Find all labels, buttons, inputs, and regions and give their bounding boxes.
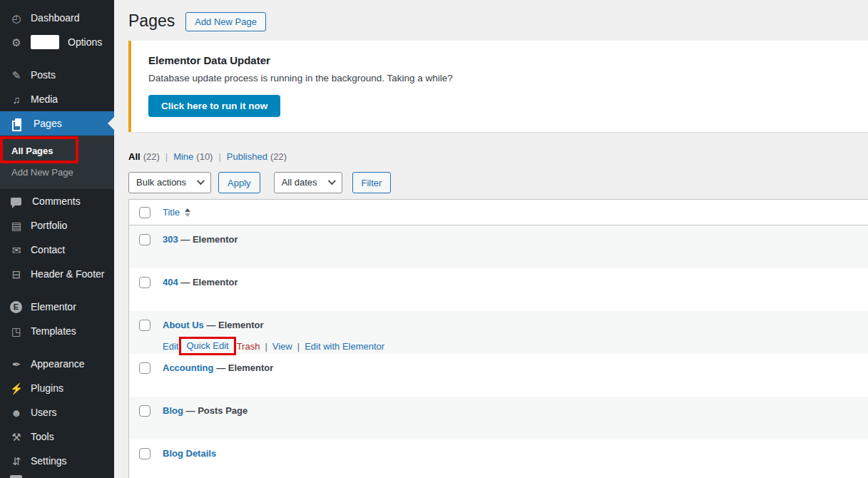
row-checkbox[interactable] [139, 405, 150, 417]
table-header-row: Title [129, 200, 868, 225]
row-checkbox[interactable] [139, 448, 150, 459]
view-published-link[interactable]: Published [227, 151, 267, 162]
notice-message: Database update process is running in th… [148, 73, 851, 83]
page-title-link[interactable]: Blog [163, 405, 183, 416]
view-filter-links: All (22) Mine (10) Published (22) [128, 151, 868, 162]
row-checkbox[interactable] [139, 234, 150, 245]
page-title-link[interactable]: Accounting [163, 362, 214, 373]
elementor-updater-notice: Elementor Data Updater Database update p… [128, 41, 868, 132]
sidebar-item-posts[interactable]: ✎ Posts [0, 63, 114, 87]
page-title-link[interactable]: 303 [163, 234, 178, 245]
sidebar-item-label: Posts [31, 69, 56, 81]
row-checkbox[interactable] [139, 362, 150, 374]
title-column-header[interactable]: Title [163, 207, 190, 218]
sidebar-item-label: Pages [34, 118, 62, 129]
sidebar-item-contact[interactable]: ✉ Contact [0, 238, 114, 262]
bulk-actions-select[interactable]: Bulk actions [128, 172, 211, 193]
comment-bubble-icon [11, 198, 21, 205]
content-area: Pages Add New Page Elementor Data Update… [114, 0, 868, 478]
sidebar-item-elementor[interactable]: E Elementor [0, 295, 114, 319]
page-header: Pages Add New Page [128, 10, 868, 33]
sliders-icon: ⇵ [9, 456, 24, 467]
dates-filter-value: All dates [282, 177, 317, 188]
sidebar-item-comments[interactable]: Comments [0, 189, 114, 213]
submenu-item-add-new-page[interactable]: Add New Page [0, 162, 114, 183]
folder-icon: ◳ [9, 326, 24, 337]
plug-icon: ⚡ [9, 383, 24, 394]
post-state: — Elementor [206, 320, 263, 330]
row-checkbox[interactable] [139, 277, 150, 288]
id-card-icon: ▤ [9, 220, 24, 231]
run-updater-button[interactable]: Click here to run it now [148, 95, 280, 117]
brush-icon: ✒ [9, 359, 24, 370]
sidebar-item-users[interactable]: ☻ Users [0, 400, 114, 424]
table-row-about-us: About Us — Elementor Edit Quick Edit Tra… [129, 311, 868, 354]
sidebar-item-label: Elementor [31, 301, 76, 312]
row-checkbox[interactable] [139, 320, 150, 331]
sidebar-item-tools[interactable]: ⚒ Tools [0, 424, 114, 449]
table-row: 303 — Elementor [129, 225, 868, 268]
sort-desc-icon [185, 213, 190, 217]
dates-filter-select[interactable]: All dates [274, 172, 342, 193]
select-all-checkbox[interactable] [139, 207, 150, 218]
sidebar-item-options[interactable]: ⚙ Options [0, 30, 114, 54]
sidebar-item-templates[interactable]: ◳ Templates [0, 319, 114, 343]
view-all-link[interactable]: All [128, 151, 141, 162]
chevron-down-icon [327, 177, 335, 185]
table-row: 404 — Elementor [129, 268, 868, 311]
quick-edit-link[interactable]: Quick Edit [186, 340, 228, 351]
sidebar-item-label: Header & Footer [31, 268, 105, 280]
notice-title: Elementor Data Updater [148, 54, 851, 66]
sidebar-item-label: Contact [31, 244, 65, 255]
sidebar-item-label: Settings [31, 455, 67, 467]
view-mine-count: (10) [196, 151, 213, 162]
page-title-link[interactable]: Blog Details [163, 448, 216, 459]
page-title-link[interactable]: About Us [163, 320, 204, 330]
view-link[interactable]: View [272, 341, 292, 352]
pages-list-table: Title 303 — Elementor 404 — E [128, 199, 868, 478]
sidebar-item-pages[interactable]: Pages [0, 111, 114, 136]
post-state: — Elementor [216, 362, 273, 373]
elementor-e-icon: E [10, 301, 22, 313]
edit-with-elementor-link[interactable]: Edit with Elementor [305, 341, 384, 352]
submenu-item-all-pages[interactable]: All Pages [0, 141, 114, 162]
action-separator [260, 341, 272, 352]
page-title-link[interactable]: 404 [163, 277, 178, 288]
annotation-box-quick-edit: Quick Edit [179, 337, 235, 355]
post-state: — Elementor [180, 234, 238, 245]
sidebar-item-plugins[interactable]: ⚡ Plugins [0, 376, 114, 400]
view-mine-link[interactable]: Mine [173, 151, 193, 162]
table-row: Blog Details [129, 439, 868, 478]
sidebar-item-label: Options [68, 36, 102, 48]
sidebar-item-label: Comments [32, 195, 81, 207]
sidebar-item-dashboard[interactable]: ◴ Dashboard [0, 6, 114, 30]
sidebar-item-header-footer[interactable]: ⊟ Header & Footer [0, 262, 114, 286]
sidebar-item-media[interactable]: ♫ Media [0, 87, 114, 111]
apply-button[interactable]: Apply [218, 172, 260, 193]
bulk-actions-value: Bulk actions [136, 177, 186, 188]
view-published-count: (22) [270, 151, 287, 162]
sidebar-item-portfolio[interactable]: ▤ Portfolio [0, 213, 114, 238]
sidebar-separator [0, 343, 114, 352]
trash-link[interactable]: Trash [237, 341, 260, 352]
post-state: — Posts Page [186, 405, 248, 416]
filter-button[interactable]: Filter [352, 172, 392, 193]
pages-submenu: All Pages Add New Page [0, 136, 114, 189]
table-row: Accounting — Elementor [129, 354, 868, 397]
sidebar-item-label: Users [31, 407, 57, 418]
gear-icon: ⚙ [9, 37, 24, 48]
sidebar-item-settings[interactable]: ⇵ Settings [0, 449, 114, 473]
partial-menu-icon [10, 475, 22, 478]
row-actions: Edit Quick Edit Trash View Edit with Ele… [163, 337, 384, 355]
sidebar-separator [0, 54, 114, 63]
chevron-down-icon [197, 177, 205, 185]
bulk-actions-bar: Bulk actions Apply All dates Filter [128, 172, 868, 193]
add-new-page-button[interactable]: Add New Page [185, 12, 266, 31]
sidebar-item-label: Plugins [31, 382, 63, 394]
pushpin-icon: ✎ [9, 70, 24, 81]
action-separator [292, 341, 305, 352]
sidebar-item-appearance[interactable]: ✒ Appearance [0, 352, 114, 376]
sort-arrows [185, 208, 190, 217]
edit-link[interactable]: Edit [163, 341, 178, 352]
view-published: Published (22) [213, 151, 287, 162]
